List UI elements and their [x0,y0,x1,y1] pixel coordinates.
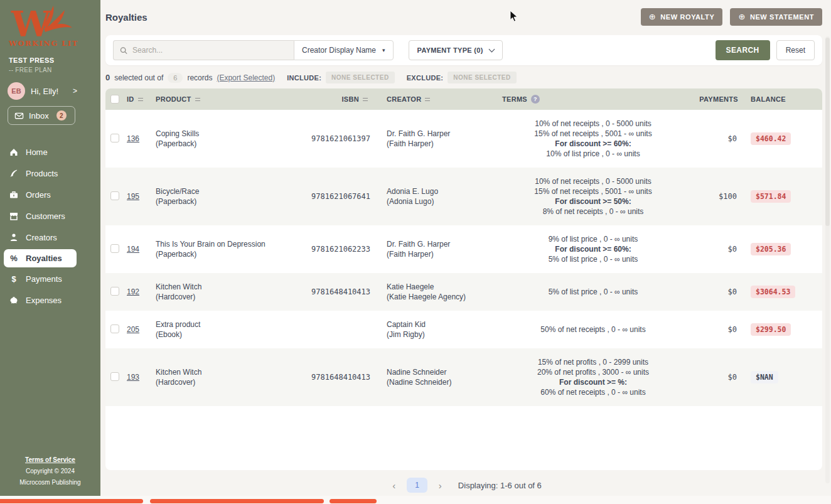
terms-line: 10% of net receipts , 0 - 5000 units [506,119,680,129]
prev-page-button[interactable]: ‹ [390,480,398,491]
sidebar-item-label: Customers [26,212,65,221]
balance-badge: $571.84 [751,190,791,203]
search-field-selector[interactable]: Creator Display Name ▾ [294,40,394,60]
sidebar: W WORKING LIT TEST PRESS -- FREE PLAN EB… [0,0,100,496]
column-header-isbn[interactable]: ISBN [311,95,387,103]
working-lit-logo-icon: W [9,4,83,40]
row-checkbox[interactable] [110,324,119,333]
sidebar-item-label: Creators [26,233,57,242]
search-input[interactable] [132,46,287,55]
select-all-checkbox[interactable] [110,95,119,104]
terms-line: 5% of list price , 0 - ∞ units [506,254,680,264]
row-checkbox[interactable] [110,244,119,253]
payments-cell: $0 [684,245,742,254]
payment-type-label: PAYMENT TYPE (0) [417,46,483,54]
sidebar-item-label: Royalties [26,254,62,263]
payment-type-filter[interactable]: PAYMENT TYPE (0) [409,40,503,60]
page-number-button[interactable]: 1 [407,478,427,493]
terms-line: 15% of net profits , 0 - 2999 units [506,357,680,367]
sidebar-item-home[interactable]: Home [0,142,100,161]
royalty-id-link[interactable]: 192 [127,287,139,296]
creator-cell: Nadine Schneider(Nadine Schneider) [387,367,502,387]
sidebar-item-products[interactable]: Products [0,164,100,183]
inbox-button[interactable]: Inbox 2 [8,106,75,125]
sidebar-item-royalties[interactable]: % Royalties [4,249,77,267]
terms-line: 9% of list price , 0 - ∞ units [506,234,680,244]
table-row: 136Coping Skills(Paperback)9781621061397… [105,110,822,168]
header-label: CREATOR [387,95,421,103]
progress-bar-segment [330,499,377,503]
header-label: ISBN [342,95,359,103]
royalty-id-link[interactable]: 195 [127,192,139,201]
briefcase-icon [9,190,19,200]
selected-field-label: Creator Display Name [302,46,376,55]
sidebar-nav: Home Products Orders Customers [0,142,100,309]
sidebar-item-label: Payments [26,274,62,284]
row-checkbox[interactable] [110,287,119,296]
inbox-label: Inbox [29,111,49,121]
svg-text:W: W [11,4,51,40]
terms-cell: 9% of list price , 0 - ∞ unitsFor discou… [502,234,684,264]
product-cell: Extra product(Ebook) [156,319,311,340]
terms-line: 20% of net profits , 3000 - ∞ units [506,367,680,377]
new-royalty-button[interactable]: ⊕ NEW ROYALTY [641,8,723,26]
home-icon [9,147,19,157]
header-label: PRODUCT [156,95,191,103]
table-row: 195Bicycle/Race(Paperback)9781621067641A… [105,168,822,225]
isbn-cell: 9781621061397 [311,134,387,143]
sidebar-item-customers[interactable]: Customers [0,206,100,225]
press-name: TEST PRESS [9,56,100,64]
column-header-payments: PAYMENTS [684,95,742,103]
include-label: INCLUDE: [287,74,321,82]
sidebar-item-label: Products [26,169,58,178]
terms-of-service-link[interactable]: Terms of Service [0,454,100,466]
royalty-id-link[interactable]: 193 [127,373,139,382]
royalty-id-link[interactable]: 136 [127,134,139,143]
search-input-wrap [113,40,294,60]
new-statement-button[interactable]: ⊕ NEW STATEMENT [730,8,822,26]
search-button[interactable]: SEARCH [716,40,770,60]
payments-cell: $0 [684,287,742,296]
terms-line: 5% of list price , 0 - ∞ units [506,287,680,297]
chevron-right-icon: > [73,87,77,95]
help-icon[interactable]: ? [531,95,540,104]
terms-line: 60% of net receipts , 0 - ∞ units [506,387,680,397]
column-header-balance: BALANCE [742,95,816,103]
table-row: 193Kitchen Witch(Hardcover)9781648410413… [105,348,822,406]
column-header-product[interactable]: PRODUCT [156,95,311,103]
sidebar-item-expenses[interactable]: Expenses [0,291,100,309]
export-selected-link[interactable]: (Export Selected) [217,73,275,82]
terms-cell: 5% of list price , 0 - ∞ units [502,287,684,297]
terms-line: 8% of net receipts , 0 - ∞ units [506,206,680,217]
table-header-row: ID PRODUCT ISBN CREATOR TERMS ? PAYMENTS [105,88,822,110]
next-page-button[interactable]: › [436,480,444,491]
exclude-label: EXCLUDE: [407,74,444,82]
terms-cell: 10% of net receipts , 0 - 5000 units15% … [502,119,684,159]
terms-line: 15% of net receipts , 5001 - ∞ units [506,186,680,196]
user-menu[interactable]: EB Hi, Elly! > [8,82,100,100]
reset-button[interactable]: Reset [776,40,815,60]
product-cell: Kitchen Witch(Hardcover) [156,282,311,302]
column-header-creator[interactable]: CREATOR [387,95,502,103]
sidebar-item-orders[interactable]: Orders [0,185,100,204]
row-checkbox[interactable] [110,372,119,381]
records-text: records [187,73,212,82]
sort-icon [425,98,430,101]
product-cell: This Is Your Brain on Depression(Paperba… [156,239,311,259]
royalty-id-link[interactable]: 205 [127,325,139,334]
brand-logo: W WORKING LIT [0,0,100,48]
button-label: NEW ROYALTY [660,13,714,21]
royalty-id-link[interactable]: 194 [127,245,139,254]
row-checkbox[interactable] [110,191,119,200]
selected-text: selected out of [114,73,163,82]
sidebar-item-label: Expenses [26,296,62,305]
sidebar-item-label: Home [26,147,48,157]
sidebar-item-payments[interactable]: $ Payments [0,270,100,288]
column-header-id[interactable]: ID [127,95,156,103]
terms-cell: 10% of net receipts , 0 - 5000 units15% … [502,176,684,217]
sidebar-item-creators[interactable]: Creators [0,228,100,247]
selection-summary: 0 selected out of 6 records (Export Sele… [105,72,822,83]
terms-line: For discount >= %: [506,377,680,387]
scrollbar-thumb[interactable] [825,38,830,226]
row-checkbox[interactable] [110,134,119,142]
